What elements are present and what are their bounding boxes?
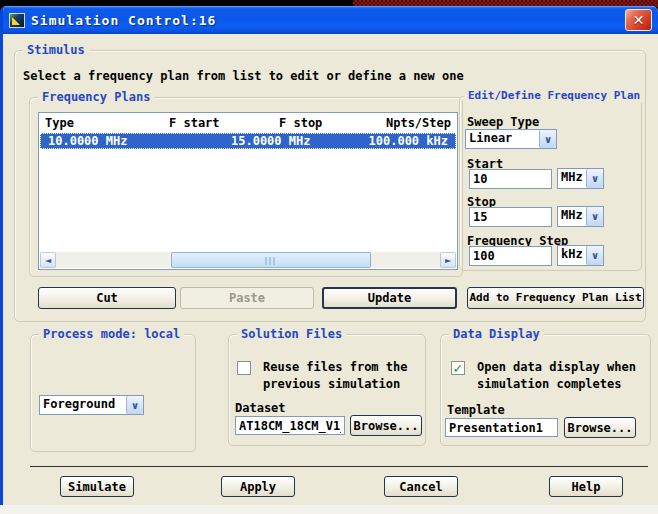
sweep-type-label: Sweep Type: [467, 115, 539, 129]
sweep-type-select[interactable]: Linear ∨: [465, 129, 557, 149]
scroll-right-icon: ►: [445, 256, 451, 265]
template-label: Template: [447, 403, 505, 417]
sweep-type-value: Linear: [466, 130, 539, 148]
chevron-down-icon: ∨: [586, 207, 603, 226]
data-display-group: Data Display ✓ Open data display when si…: [440, 334, 651, 446]
template-input[interactable]: [445, 418, 558, 437]
bottom-strip: [0, 505, 658, 514]
stimulus-group: Stimulus Select a frequency plan from li…: [14, 50, 646, 322]
titlebar[interactable]: Simulation Control:16 ✕: [0, 6, 658, 34]
check-icon: ✓: [453, 362, 464, 375]
cut-button[interactable]: Cut: [38, 287, 176, 309]
close-icon: ✕: [633, 13, 645, 27]
template-browse-button[interactable]: Browse...: [564, 417, 636, 438]
frequency-step-input[interactable]: [469, 246, 552, 266]
scroll-right-button[interactable]: ►: [440, 252, 456, 268]
cancel-button[interactable]: Cancel: [384, 476, 458, 497]
add-to-frequency-plan-list-button[interactable]: Add to Frequency Plan List: [467, 287, 644, 309]
dataset-label: Dataset: [235, 401, 286, 415]
start-unit-value: MHz: [558, 169, 586, 188]
help-button[interactable]: Help: [549, 476, 623, 497]
step-unit-select[interactable]: kHz ∨: [557, 245, 604, 266]
dataset-input[interactable]: [235, 416, 345, 435]
update-button[interactable]: Update: [322, 287, 457, 309]
solution-files-group: Solution Files Reuse files from the prev…: [228, 334, 426, 446]
column-header-type: Type: [45, 116, 74, 130]
stimulus-group-title: Stimulus: [23, 43, 89, 57]
column-header-fstart: F start: [169, 116, 220, 130]
process-mode-select[interactable]: Foreground ∨: [39, 395, 144, 415]
cell-f-stop: 15.0000 MHz: [231, 134, 310, 148]
stop-unit-value: MHz: [558, 207, 586, 226]
step-unit-value: kHz: [558, 246, 586, 265]
process-mode-value: Foreground: [40, 396, 126, 414]
frequency-plan-row-selected[interactable]: 10.0000 MHz 15.0000 MHz 100.000 kHz: [40, 133, 456, 149]
desktop-background: Simulation Control:16 ✕ Stimulus Select …: [0, 0, 658, 514]
scroll-left-icon: ◄: [45, 256, 51, 265]
horizontal-scrollbar[interactable]: ◄ ►: [40, 252, 456, 268]
instruction-text: Select a frequency plan from list to edi…: [23, 69, 464, 83]
chevron-down-icon: ∨: [586, 246, 603, 265]
reuse-files-label: Reuse files from the previous simulation: [263, 359, 415, 393]
cell-f-start: 10.0000 MHz: [48, 134, 127, 148]
window-title: Simulation Control:16: [31, 13, 216, 28]
dialog-body: Stimulus Select a frequency plan from li…: [3, 34, 658, 505]
frequency-plans-group-title: Frequency Plans: [38, 90, 154, 104]
footer-separator: [30, 466, 648, 467]
chevron-down-icon: ∨: [586, 169, 603, 188]
dataset-browse-button[interactable]: Browse...: [350, 415, 422, 436]
column-header-fstop: F stop: [279, 116, 322, 130]
simulation-control-dialog: Simulation Control:16 ✕ Stimulus Select …: [0, 6, 658, 505]
stop-input[interactable]: [469, 207, 552, 227]
start-unit-select[interactable]: MHz ∨: [557, 168, 604, 189]
frequency-plans-group: Frequency Plans Type F start F stop Npts…: [29, 97, 463, 277]
chevron-down-icon: ∨: [126, 396, 143, 414]
apply-button[interactable]: Apply: [221, 476, 295, 497]
solution-files-group-title: Solution Files: [237, 327, 346, 341]
open-data-display-checkbox[interactable]: ✓: [451, 361, 465, 375]
open-data-display-label: Open data display when simulation comple…: [477, 359, 647, 393]
scrollbar-thumb[interactable]: [171, 252, 371, 268]
data-display-group-title: Data Display: [449, 327, 544, 341]
process-mode-group: Process mode: local Foreground ∨: [30, 334, 196, 452]
process-mode-group-title: Process mode: local: [39, 327, 184, 341]
edit-define-plan-group: Edit/Define Frequency Plan Sweep Type Li…: [459, 96, 642, 271]
close-button[interactable]: ✕: [625, 9, 652, 31]
edit-define-plan-group-title: Edit/Define Frequency Plan: [464, 89, 644, 103]
simulate-button[interactable]: Simulate: [60, 476, 134, 497]
stop-unit-select[interactable]: MHz ∨: [557, 206, 604, 227]
scrollbar-track[interactable]: [56, 252, 440, 268]
paste-button[interactable]: Paste: [180, 287, 314, 309]
reuse-files-checkbox[interactable]: [237, 361, 251, 375]
frequency-plans-list[interactable]: Type F start F stop Npts/Step 10.0000 MH…: [38, 112, 458, 270]
column-header-npts: Npts/Step: [386, 116, 451, 130]
cell-npts-step: 100.000 kHz: [369, 134, 448, 148]
start-input[interactable]: [469, 169, 552, 189]
window-icon: [9, 13, 25, 28]
chevron-down-icon: ∨: [539, 130, 556, 148]
scroll-left-button[interactable]: ◄: [40, 252, 56, 268]
